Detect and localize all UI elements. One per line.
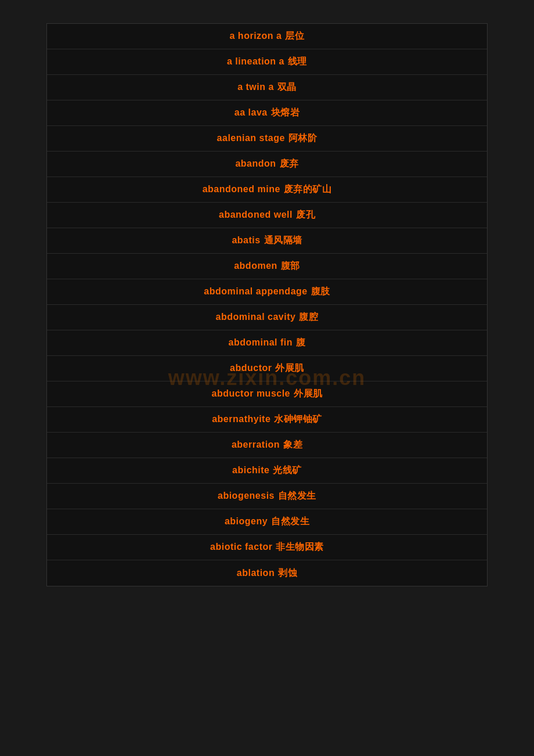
dict-entry: abdominal cavity腹腔 xyxy=(216,311,319,323)
entry-english: abdominal cavity xyxy=(216,312,296,322)
dict-row: a horizon a层位 xyxy=(47,24,487,49)
entry-english: abdominal fin xyxy=(229,337,293,347)
entry-chinese: 象差 xyxy=(283,440,302,449)
entry-english: aalenian stage xyxy=(217,133,285,143)
entry-chinese: 水砷钾铀矿 xyxy=(274,414,322,424)
dict-entry: aberration象差 xyxy=(232,439,302,451)
dict-row: abernathyite水砷钾铀矿 xyxy=(47,407,487,433)
dict-row: abductor外展肌 xyxy=(47,356,487,381)
dict-row: abandoned well废孔 xyxy=(47,203,487,228)
entry-english: abatis xyxy=(232,235,260,245)
dict-entry: abductor外展肌 xyxy=(230,362,304,375)
dict-entry: aalenian stage阿林阶 xyxy=(217,132,317,145)
entry-chinese: 块熔岩 xyxy=(271,107,300,117)
dict-row: abiogeny自然发生 xyxy=(47,509,487,535)
dict-row: abiogenesis自然发生 xyxy=(47,484,487,509)
dict-entry: a twin a双晶 xyxy=(237,81,297,93)
entry-english: abandoned well xyxy=(219,210,293,219)
entry-chinese: 腹腔 xyxy=(299,312,318,322)
entry-english: abandoned mine xyxy=(203,184,280,194)
dict-row: abdominal fin腹 xyxy=(47,330,487,356)
entry-english: abandon xyxy=(235,159,276,168)
dict-row: abdominal appendage腹肢 xyxy=(47,279,487,305)
dict-entry: a horizon a层位 xyxy=(230,30,305,42)
dict-row: abdominal cavity腹腔 xyxy=(47,305,487,330)
dict-entry: abandoned mine废弃的矿山 xyxy=(203,183,332,196)
dict-row: a lineation a线理 xyxy=(47,49,487,75)
entry-english: aberration xyxy=(232,440,280,449)
dict-row: abdomen腹部 xyxy=(47,254,487,279)
entry-chinese: 自然发生 xyxy=(278,491,316,501)
dict-entry: abiogenesis自然发生 xyxy=(218,490,316,502)
dict-row: abatis通风隔墙 xyxy=(47,228,487,254)
dict-row: abiotic factor非生物因素 xyxy=(47,535,487,560)
dict-row: aberration象差 xyxy=(47,433,487,458)
dict-entry: abdominal fin腹 xyxy=(229,337,306,349)
entry-chinese: 废弃的矿山 xyxy=(284,184,332,194)
entry-chinese: 废孔 xyxy=(296,210,315,219)
entry-chinese: 剥蚀 xyxy=(278,568,297,578)
entry-chinese: 腹肢 xyxy=(311,286,330,296)
entry-english: abdomen xyxy=(234,261,277,271)
entry-chinese: 废弃 xyxy=(280,159,299,168)
entry-english: abiotic factor xyxy=(210,542,272,552)
dict-entry: abdominal appendage腹肢 xyxy=(204,286,330,298)
dict-row: abandon废弃 xyxy=(47,152,487,177)
entry-english: abichite xyxy=(232,465,269,475)
dict-entry: abernathyite水砷钾铀矿 xyxy=(212,413,322,426)
entry-english: ablation xyxy=(237,568,275,578)
entry-chinese: 通风隔墙 xyxy=(264,235,302,245)
entry-english: abiogenesis xyxy=(218,491,275,501)
dictionary-container: a horizon a层位a lineation a线理a twin a双晶aa… xyxy=(46,23,488,586)
entry-chinese: 腹部 xyxy=(281,261,300,271)
entry-english: abdominal appendage xyxy=(204,286,307,296)
entry-chinese: 外展肌 xyxy=(294,388,323,398)
entry-english: a lineation a xyxy=(227,56,284,66)
dict-row: a twin a双晶 xyxy=(47,75,487,100)
entry-chinese: 层位 xyxy=(285,31,304,41)
dict-entry: abiotic factor非生物因素 xyxy=(210,541,324,553)
dict-entry: abdomen腹部 xyxy=(234,260,300,272)
entry-chinese: 外展肌 xyxy=(275,363,304,373)
dict-row: abandoned mine废弃的矿山 xyxy=(47,177,487,203)
entry-chinese: 非生物因素 xyxy=(276,542,324,552)
dict-entry: abandoned well废孔 xyxy=(219,209,315,221)
dict-entry: aa lava块熔岩 xyxy=(234,107,300,119)
entry-chinese: 腹 xyxy=(296,337,306,347)
dict-row: abichite光线矿 xyxy=(47,458,487,484)
dict-entry: abichite光线矿 xyxy=(232,465,302,477)
entry-chinese: 双晶 xyxy=(277,82,297,92)
dict-row: aalenian stage阿林阶 xyxy=(47,126,487,152)
dict-entry: abiogeny自然发生 xyxy=(225,516,309,528)
entry-english: abductor muscle xyxy=(211,388,290,398)
dict-entry: abatis通风隔墙 xyxy=(232,235,302,247)
entry-english: aa lava xyxy=(234,107,268,117)
entry-english: a horizon a xyxy=(230,31,282,41)
dict-row: aa lava块熔岩 xyxy=(47,100,487,126)
dict-row: abductor muscle外展肌 xyxy=(47,381,487,407)
entry-english: abiogeny xyxy=(225,516,268,526)
entry-english: abernathyite xyxy=(212,414,270,424)
entry-chinese: 线理 xyxy=(288,56,307,66)
dict-row: ablation剥蚀 xyxy=(47,560,487,586)
entry-english: a twin a xyxy=(237,82,274,92)
dict-entry: a lineation a线理 xyxy=(227,56,307,68)
dict-entry: abductor muscle外展肌 xyxy=(211,388,322,400)
entry-english: abductor xyxy=(230,363,272,373)
entry-chinese: 自然发生 xyxy=(271,516,309,526)
entry-chinese: 阿林阶 xyxy=(288,133,317,143)
dict-entry: ablation剥蚀 xyxy=(237,567,297,579)
dict-entry: abandon废弃 xyxy=(235,158,298,170)
entry-chinese: 光线矿 xyxy=(273,465,302,475)
